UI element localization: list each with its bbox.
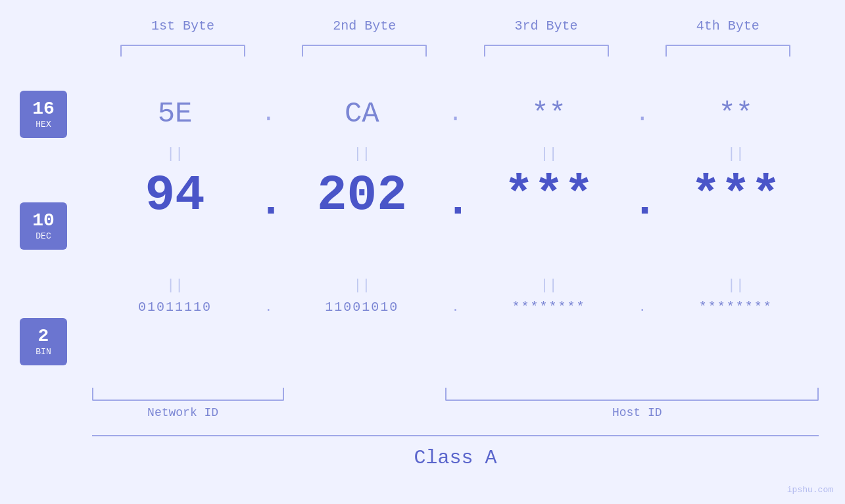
network-id-label: Network ID bbox=[92, 406, 274, 419]
host-id-label: Host ID bbox=[456, 406, 819, 419]
byte3-header: 3rd Byte bbox=[456, 18, 637, 34]
bin-v1: 01011110 bbox=[92, 300, 258, 315]
bin-v4: ******** bbox=[653, 300, 819, 315]
id-labels-row: Network ID Host ID bbox=[92, 406, 819, 419]
network-bracket bbox=[92, 388, 284, 401]
bin-dot3: . bbox=[632, 300, 653, 315]
bracket3-container bbox=[456, 45, 637, 57]
bin-dot2: . bbox=[445, 300, 466, 315]
dec-dot2: . bbox=[445, 168, 466, 224]
main-page: 1st Byte 2nd Byte 3rd Byte 4th Byte 16 H… bbox=[0, 0, 845, 504]
dec-num: 10 bbox=[32, 212, 55, 230]
hex-unit: HEX bbox=[36, 120, 51, 129]
bin-dot1: . bbox=[258, 300, 279, 315]
hex-v4: ** bbox=[653, 97, 819, 130]
bin-v2: 11001010 bbox=[279, 300, 445, 315]
dec-v3: *** bbox=[466, 171, 632, 221]
hex-num: 16 bbox=[32, 100, 55, 118]
dec-v2: 202 bbox=[279, 171, 445, 221]
eq-row2: || || || || bbox=[92, 277, 819, 294]
bin-v3: ******** bbox=[466, 300, 632, 315]
eq7: || bbox=[466, 277, 632, 294]
header-row: 1st Byte 2nd Byte 3rd Byte 4th Byte bbox=[92, 18, 819, 34]
bin-num: 2 bbox=[38, 327, 49, 346]
bin-unit: BIN bbox=[36, 347, 51, 357]
hex-dot3: . bbox=[632, 101, 653, 127]
class-label: Class A bbox=[92, 447, 819, 469]
byte2-header: 2nd Byte bbox=[274, 18, 455, 34]
eq-row1: || || || || bbox=[92, 146, 819, 162]
watermark: ipshu.com bbox=[787, 485, 833, 495]
bracket3 bbox=[484, 45, 609, 57]
dec-value-row: 94 . 202 . *** . *** bbox=[92, 168, 819, 224]
hex-dot2: . bbox=[445, 101, 466, 127]
bracket1 bbox=[120, 45, 245, 57]
eq3: || bbox=[466, 146, 632, 162]
bottom-brackets bbox=[92, 388, 819, 401]
bracket1-container bbox=[92, 45, 274, 57]
hex-v3: ** bbox=[466, 97, 632, 130]
eq8: || bbox=[653, 277, 819, 294]
eq2: || bbox=[279, 146, 445, 162]
bracket4 bbox=[665, 45, 790, 57]
bracket2-container bbox=[274, 45, 455, 57]
bin-badge: 2 BIN bbox=[20, 318, 67, 365]
byte4-header: 4th Byte bbox=[637, 18, 819, 34]
hex-v1: 5E bbox=[92, 97, 258, 130]
hex-badge: 16 HEX bbox=[20, 91, 67, 138]
host-bracket bbox=[445, 388, 819, 401]
dec-unit: DEC bbox=[36, 231, 51, 241]
bottom-divider bbox=[92, 435, 819, 436]
hex-value-row: 5E . CA . ** . ** bbox=[92, 97, 819, 130]
eq5: || bbox=[92, 277, 258, 294]
bracket4-container bbox=[637, 45, 819, 57]
dec-dot1: . bbox=[258, 168, 279, 224]
dec-v1: 94 bbox=[92, 171, 258, 221]
dec-v4: *** bbox=[653, 171, 819, 221]
dec-dot3: . bbox=[632, 168, 653, 224]
bin-value-row: 01011110 . 11001010 . ******** . *******… bbox=[92, 300, 819, 315]
hex-dot1: . bbox=[258, 101, 279, 127]
top-brackets bbox=[92, 45, 819, 57]
bracket2 bbox=[302, 45, 427, 57]
eq4: || bbox=[653, 146, 819, 162]
dec-badge: 10 DEC bbox=[20, 202, 67, 250]
eq6: || bbox=[279, 277, 445, 294]
hex-v2: CA bbox=[279, 97, 445, 130]
byte1-header: 1st Byte bbox=[92, 18, 274, 34]
eq1: || bbox=[92, 146, 258, 162]
